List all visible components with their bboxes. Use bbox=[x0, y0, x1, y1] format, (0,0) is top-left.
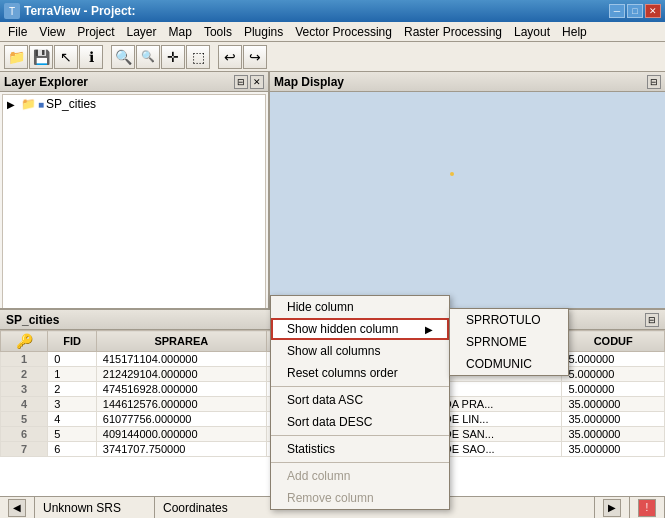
submenu-arrow-icon: ▶ bbox=[425, 324, 433, 335]
close-button[interactable]: ✕ bbox=[645, 4, 661, 18]
submenu-item-sprnome[interactable]: SPRNOME bbox=[450, 331, 568, 353]
layer-vector-icon: ■ bbox=[38, 99, 44, 110]
layer-expand-icon: ▶ bbox=[7, 99, 19, 110]
menu-layout[interactable]: Layout bbox=[508, 22, 556, 41]
ctx-hide-column-label: Hide column bbox=[287, 300, 354, 314]
row-num-6: 6 bbox=[1, 427, 48, 442]
back-button[interactable]: ↩ bbox=[218, 45, 242, 69]
ctx-reset-columns-order[interactable]: Reset columns order bbox=[271, 362, 449, 384]
menu-project[interactable]: Project bbox=[71, 22, 120, 41]
cell-sprarea-6: 409144000.000000 bbox=[96, 427, 266, 442]
menu-vector-processing[interactable]: Vector Processing bbox=[289, 22, 398, 41]
menu-plugins[interactable]: Plugins bbox=[238, 22, 289, 41]
ctx-sort-desc-label: Sort data DESC bbox=[287, 415, 372, 429]
menu-map[interactable]: Map bbox=[163, 22, 198, 41]
ctx-sort-asc[interactable]: Sort data ASC bbox=[271, 389, 449, 411]
cursor-button[interactable]: ↖ bbox=[54, 45, 78, 69]
app-window: T TerraView - Project: ─ □ ✕ File View P… bbox=[0, 0, 665, 518]
ctx-show-hidden-column-label: Show hidden column bbox=[287, 322, 398, 336]
layer-folder-icon: 📁 bbox=[21, 97, 36, 111]
ctx-sort-asc-label: Sort data ASC bbox=[287, 393, 363, 407]
cell-coduf-2: 5.000000 bbox=[562, 367, 665, 382]
pan-button[interactable]: ✛ bbox=[161, 45, 185, 69]
cell-coduf-4: 35.000000 bbox=[562, 397, 665, 412]
status-error-btn[interactable]: ! bbox=[638, 499, 656, 517]
data-panel-float-button[interactable]: ⊟ bbox=[645, 313, 659, 327]
cell-coduf-3: 5.000000 bbox=[562, 382, 665, 397]
ctx-remove-column: Remove column bbox=[271, 487, 449, 509]
cell-sprarea-1: 415171104.000000 bbox=[96, 352, 266, 367]
row-num-5: 5 bbox=[1, 412, 48, 427]
toolbar: 📁 💾 ↖ ℹ 🔍 🔍 ✛ ⬚ ↩ ↪ bbox=[0, 42, 665, 72]
app-icon: T bbox=[4, 3, 20, 19]
col-header-sprarea[interactable]: SPRAREA bbox=[96, 331, 266, 352]
layer-explorer-title: Layer Explorer bbox=[4, 75, 88, 89]
submenu-item-sprrotulo[interactable]: SPRROTULO bbox=[450, 309, 568, 331]
layer-item-sp-cities[interactable]: ▶ 📁 ■ SP_cities bbox=[3, 95, 265, 113]
zoom-in-button[interactable]: 🔍 bbox=[111, 45, 135, 69]
cell-fid-7: 6 bbox=[48, 442, 96, 457]
map-display-header: Map Display ⊟ bbox=[270, 72, 665, 92]
menu-help[interactable]: Help bbox=[556, 22, 593, 41]
layer-name-sp-cities: SP_cities bbox=[46, 97, 96, 111]
ctx-sep-1 bbox=[271, 386, 449, 387]
select-button[interactable]: ⬚ bbox=[186, 45, 210, 69]
save-button[interactable]: 💾 bbox=[29, 45, 53, 69]
ctx-sep-2 bbox=[271, 435, 449, 436]
col-header-coduf[interactable]: CODUF bbox=[562, 331, 665, 352]
cell-fid-6: 5 bbox=[48, 427, 96, 442]
cell-fid-1: 0 bbox=[48, 352, 96, 367]
cell-sprarea-7: 3741707.750000 bbox=[96, 442, 266, 457]
layer-explorer-header: Layer Explorer ⊟ ✕ bbox=[0, 72, 268, 92]
ctx-show-all-columns[interactable]: Show all columns bbox=[271, 340, 449, 362]
menu-file[interactable]: File bbox=[2, 22, 33, 41]
row-num-2: 2 bbox=[1, 367, 48, 382]
menu-tools[interactable]: Tools bbox=[198, 22, 238, 41]
menu-view[interactable]: View bbox=[33, 22, 71, 41]
map-display-float-button[interactable]: ⊟ bbox=[647, 75, 661, 89]
menu-bar: File View Project Layer Map Tools Plugin… bbox=[0, 22, 665, 42]
row-num-4: 4 bbox=[1, 397, 48, 412]
data-panel-title: SP_cities bbox=[6, 313, 59, 327]
col-header-fid[interactable]: FID bbox=[48, 331, 96, 352]
cell-sprarea-4: 144612576.000000 bbox=[96, 397, 266, 412]
ctx-hide-column[interactable]: Hide column bbox=[271, 296, 449, 318]
status-srs: Unknown SRS bbox=[43, 501, 121, 515]
row-num-1: 1 bbox=[1, 352, 48, 367]
cell-coduf-6: 35.000000 bbox=[562, 427, 665, 442]
status-right-btn[interactable]: ▶ bbox=[603, 499, 621, 517]
minimize-button[interactable]: ─ bbox=[609, 4, 625, 18]
cell-fid-3: 2 bbox=[48, 382, 96, 397]
window-controls: ─ □ ✕ bbox=[609, 4, 661, 18]
map-display-title: Map Display bbox=[274, 75, 344, 89]
maximize-button[interactable]: □ bbox=[627, 4, 643, 18]
info-button[interactable]: ℹ bbox=[79, 45, 103, 69]
status-left-btn[interactable]: ◀ bbox=[8, 499, 26, 517]
row-num-3: 3 bbox=[1, 382, 48, 397]
ctx-statistics[interactable]: Statistics bbox=[271, 438, 449, 460]
forward-button[interactable]: ↪ bbox=[243, 45, 267, 69]
cell-sprarea-2: 212429104.000000 bbox=[96, 367, 266, 382]
layer-explorer-close-button[interactable]: ✕ bbox=[250, 75, 264, 89]
cell-fid-2: 1 bbox=[48, 367, 96, 382]
cell-coduf-5: 35.000000 bbox=[562, 412, 665, 427]
title-bar: T TerraView - Project: ─ □ ✕ bbox=[0, 0, 665, 22]
menu-layer[interactable]: Layer bbox=[121, 22, 163, 41]
window-title: TerraView - Project: bbox=[24, 4, 136, 18]
submenu-item-codmunic[interactable]: CODMUNIC bbox=[450, 353, 568, 375]
ctx-reset-columns-label: Reset columns order bbox=[287, 366, 398, 380]
cell-sprarea-5: 61077756.000000 bbox=[96, 412, 266, 427]
cell-fid-5: 4 bbox=[48, 412, 96, 427]
row-num-7: 7 bbox=[1, 442, 48, 457]
menu-raster-processing[interactable]: Raster Processing bbox=[398, 22, 508, 41]
ctx-sort-desc[interactable]: Sort data DESC bbox=[271, 411, 449, 433]
map-point bbox=[450, 172, 454, 176]
ctx-add-column: Add column bbox=[271, 465, 449, 487]
ctx-remove-column-label: Remove column bbox=[287, 491, 374, 505]
ctx-add-column-label: Add column bbox=[287, 469, 350, 483]
zoom-out-button[interactable]: 🔍 bbox=[136, 45, 160, 69]
layer-explorer-float-button[interactable]: ⊟ bbox=[234, 75, 248, 89]
open-button[interactable]: 📁 bbox=[4, 45, 28, 69]
ctx-show-hidden-column[interactable]: Show hidden column ▶ bbox=[271, 318, 449, 340]
cell-coduf-1: 5.000000 bbox=[562, 352, 665, 367]
